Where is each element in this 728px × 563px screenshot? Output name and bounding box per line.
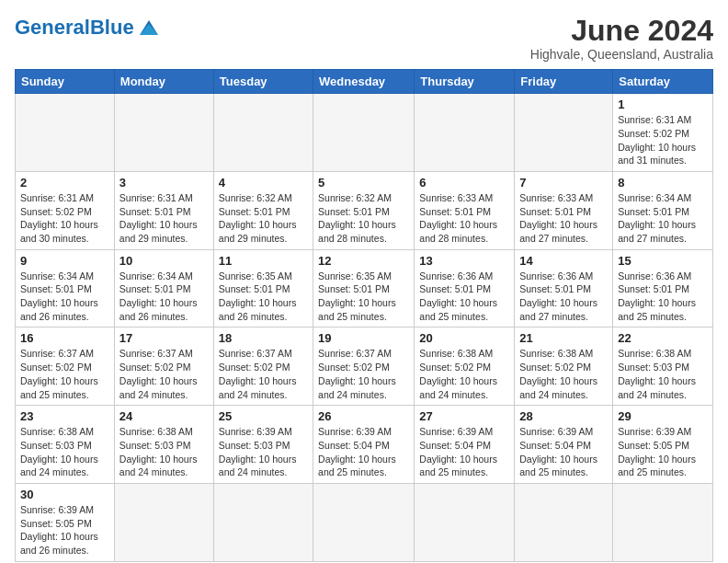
logo-text-black: General [15,16,90,39]
day-number: 15 [618,254,708,268]
day-info: Sunrise: 6:32 AM Sunset: 5:01 PM Dayligh… [318,191,409,246]
day-number: 3 [119,176,209,190]
day-info: Sunrise: 6:31 AM Sunset: 5:02 PM Dayligh… [20,191,109,246]
day-number: 17 [119,331,209,345]
calendar-cell: 18Sunrise: 6:37 AM Sunset: 5:02 PM Dayli… [213,327,313,406]
logo-text-blue: Blue [90,16,134,39]
calendar-cell: 5Sunrise: 6:32 AM Sunset: 5:01 PM Daylig… [313,171,415,249]
day-info: Sunrise: 6:36 AM Sunset: 5:01 PM Dayligh… [419,270,509,324]
calendar-week-row: 30Sunrise: 6:39 AM Sunset: 5:05 PM Dayli… [16,483,713,561]
day-info: Sunrise: 6:32 AM Sunset: 5:01 PM Dayligh… [219,191,308,246]
day-number: 18 [219,331,308,345]
day-number: 25 [219,409,308,423]
calendar-week-row: 2Sunrise: 6:31 AM Sunset: 5:02 PM Daylig… [16,171,713,249]
calendar-header-saturday: Saturday [613,70,713,94]
calendar-cell: 12Sunrise: 6:35 AM Sunset: 5:01 PM Dayli… [313,249,415,327]
day-number: 14 [519,254,608,268]
title-block: June 2024 Highvale, Queensland, Australi… [530,15,713,62]
day-info: Sunrise: 6:31 AM Sunset: 5:01 PM Dayligh… [119,191,209,246]
calendar-cell: 22Sunrise: 6:38 AM Sunset: 5:03 PM Dayli… [613,327,713,406]
calendar-week-row: 16Sunrise: 6:37 AM Sunset: 5:02 PM Dayli… [16,327,713,406]
calendar-cell [515,94,613,172]
calendar-cell: 30Sunrise: 6:39 AM Sunset: 5:05 PM Dayli… [16,483,115,561]
calendar-cell: 20Sunrise: 6:38 AM Sunset: 5:02 PM Dayli… [415,327,515,406]
day-info: Sunrise: 6:36 AM Sunset: 5:01 PM Dayligh… [519,270,608,324]
calendar-header-tuesday: Tuesday [213,70,313,94]
calendar-cell: 13Sunrise: 6:36 AM Sunset: 5:01 PM Dayli… [415,249,515,327]
calendar-cell [313,94,415,172]
logo: GeneralBlue [15,15,162,40]
calendar-header-row: SundayMondayTuesdayWednesdayThursdayFrid… [16,70,713,94]
calendar-cell: 14Sunrise: 6:36 AM Sunset: 5:01 PM Dayli… [515,249,613,327]
day-info: Sunrise: 6:35 AM Sunset: 5:01 PM Dayligh… [318,270,409,324]
calendar-header-monday: Monday [114,70,213,94]
calendar-cell: 23Sunrise: 6:38 AM Sunset: 5:03 PM Dayli… [16,406,115,484]
calendar-cell: 25Sunrise: 6:39 AM Sunset: 5:03 PM Dayli… [213,406,313,484]
calendar-week-row: 9Sunrise: 6:34 AM Sunset: 5:01 PM Daylig… [16,249,713,327]
day-info: Sunrise: 6:37 AM Sunset: 5:02 PM Dayligh… [318,347,409,401]
calendar-week-row: 23Sunrise: 6:38 AM Sunset: 5:03 PM Dayli… [16,406,713,484]
calendar-cell [213,483,313,561]
calendar-cell: 2Sunrise: 6:31 AM Sunset: 5:02 PM Daylig… [16,171,115,249]
day-number: 16 [20,331,109,345]
day-info: Sunrise: 6:34 AM Sunset: 5:01 PM Dayligh… [20,270,109,324]
calendar-cell [16,94,115,172]
day-info: Sunrise: 6:33 AM Sunset: 5:01 PM Dayligh… [419,191,509,246]
day-info: Sunrise: 6:39 AM Sunset: 5:05 PM Dayligh… [618,425,708,479]
day-number: 21 [519,331,608,345]
svg-marker-1 [140,24,158,35]
logo-text: GeneralBlue [15,17,134,38]
calendar-cell: 6Sunrise: 6:33 AM Sunset: 5:01 PM Daylig… [415,171,515,249]
page: GeneralBlue June 2024 Highvale, Queensla… [0,0,728,563]
calendar-header-sunday: Sunday [16,70,115,94]
day-info: Sunrise: 6:33 AM Sunset: 5:01 PM Dayligh… [519,191,608,246]
calendar-cell: 21Sunrise: 6:38 AM Sunset: 5:02 PM Dayli… [515,327,613,406]
calendar-cell: 1Sunrise: 6:31 AM Sunset: 5:02 PM Daylig… [613,94,713,172]
day-number: 28 [519,409,608,423]
calendar-cell [415,483,515,561]
calendar-cell [613,483,713,561]
day-number: 19 [318,331,409,345]
day-number: 5 [318,176,409,190]
day-number: 8 [618,176,708,190]
calendar-cell: 15Sunrise: 6:36 AM Sunset: 5:01 PM Dayli… [613,249,713,327]
calendar-cell: 27Sunrise: 6:39 AM Sunset: 5:04 PM Dayli… [415,406,515,484]
calendar-cell: 29Sunrise: 6:39 AM Sunset: 5:05 PM Dayli… [613,406,713,484]
day-number: 13 [419,254,509,268]
calendar-cell [313,483,415,561]
day-number: 2 [20,176,109,190]
calendar-cell: 7Sunrise: 6:33 AM Sunset: 5:01 PM Daylig… [515,171,613,249]
day-info: Sunrise: 6:38 AM Sunset: 5:03 PM Dayligh… [20,425,109,479]
day-number: 20 [419,331,509,345]
calendar-cell [213,94,313,172]
day-info: Sunrise: 6:37 AM Sunset: 5:02 PM Dayligh… [20,347,109,401]
day-number: 26 [318,409,409,423]
day-info: Sunrise: 6:37 AM Sunset: 5:02 PM Dayligh… [119,347,209,401]
day-number: 23 [20,409,109,423]
calendar: SundayMondayTuesdayWednesdayThursdayFrid… [15,69,713,562]
calendar-cell: 11Sunrise: 6:35 AM Sunset: 5:01 PM Dayli… [213,249,313,327]
day-number: 6 [419,176,509,190]
subtitle: Highvale, Queensland, Australia [530,47,713,62]
calendar-cell: 28Sunrise: 6:39 AM Sunset: 5:04 PM Dayli… [515,406,613,484]
month-title: June 2024 [530,15,713,47]
calendar-cell: 9Sunrise: 6:34 AM Sunset: 5:01 PM Daylig… [16,249,115,327]
day-info: Sunrise: 6:38 AM Sunset: 5:03 PM Dayligh… [119,425,209,479]
calendar-header-wednesday: Wednesday [313,70,415,94]
calendar-week-row: 1Sunrise: 6:31 AM Sunset: 5:02 PM Daylig… [16,94,713,172]
day-number: 7 [519,176,608,190]
day-info: Sunrise: 6:39 AM Sunset: 5:03 PM Dayligh… [219,425,308,479]
day-number: 22 [618,331,708,345]
day-info: Sunrise: 6:35 AM Sunset: 5:01 PM Dayligh… [219,270,308,324]
calendar-cell: 4Sunrise: 6:32 AM Sunset: 5:01 PM Daylig… [213,171,313,249]
day-info: Sunrise: 6:36 AM Sunset: 5:01 PM Dayligh… [618,270,708,324]
day-number: 1 [618,98,708,111]
day-info: Sunrise: 6:38 AM Sunset: 5:02 PM Dayligh… [419,347,509,401]
day-info: Sunrise: 6:38 AM Sunset: 5:03 PM Dayligh… [618,347,708,401]
day-number: 11 [219,254,308,268]
day-info: Sunrise: 6:39 AM Sunset: 5:04 PM Dayligh… [419,425,509,479]
calendar-header-friday: Friday [515,70,613,94]
day-info: Sunrise: 6:38 AM Sunset: 5:02 PM Dayligh… [519,347,608,401]
day-number: 24 [119,409,209,423]
calendar-cell: 17Sunrise: 6:37 AM Sunset: 5:02 PM Dayli… [114,327,213,406]
